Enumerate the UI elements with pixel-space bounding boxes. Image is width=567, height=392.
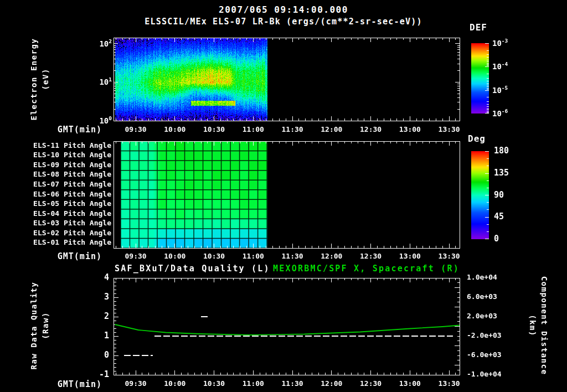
time-tick-label: 09:30 — [125, 252, 147, 260]
time-tick-label: 11:30 — [282, 252, 303, 260]
time-tick-label: 11:00 — [243, 380, 264, 388]
time-tick-label: 10:30 — [203, 252, 225, 260]
distance-tick-label: 6.0e+03 — [467, 293, 497, 301]
def-colorbar-title: DEF — [470, 23, 487, 33]
time-tick-label: 10:00 — [164, 380, 185, 388]
time-tick-label: 09:30 — [125, 380, 147, 388]
quality-panel-title-right: MEXORBMC/SPF X, Spacecraft (R) — [273, 264, 460, 274]
distance-tick-label: 2.0e+03 — [467, 312, 497, 320]
pitch-row-label: ELS-05 Pitch Angle — [33, 200, 111, 208]
time-tick-label: 13:00 — [399, 252, 421, 260]
quality-tick-label: 0 — [104, 350, 109, 360]
quality-panel-title-left: SAF_BXuT/Data Quality (L) — [115, 264, 270, 274]
time-tick-label: 11:00 — [243, 126, 264, 133]
deg-tick-label: 180 — [494, 146, 509, 156]
energy-tick-label: 101 — [99, 77, 112, 86]
def-tick-label: 10-4 — [492, 61, 508, 71]
time-tick-label: 10:00 — [164, 252, 185, 260]
quality-axis-label: Raw Data Quality (Raw) — [28, 282, 51, 370]
distance-axis-label-line2: (km) — [527, 276, 538, 375]
time-tick-label: 10:00 — [164, 126, 185, 133]
deg-tick-label: 0 — [494, 234, 499, 244]
time-tick-label: 13:00 — [399, 126, 421, 133]
time-tick-label: 10:30 — [203, 380, 225, 388]
def-tick-label: 10-6 — [492, 109, 508, 118]
page: 2007/065 09:14:00.000 ELSSCIL/MEx ELS-07… — [0, 0, 567, 392]
time-tick-label: 12:30 — [360, 252, 382, 260]
pitch-row-label: ELS-04 Pitch Angle — [33, 210, 111, 218]
time-tick-label: 10:30 — [203, 126, 225, 133]
distance-tick-label: -2.0e+03 — [467, 332, 502, 339]
time-tick-label: 11:30 — [282, 380, 303, 388]
quality-axis-label-line1: Raw Data Quality — [28, 282, 40, 370]
deg-tick-label: 90 — [494, 190, 504, 200]
pitch-row-label: ELS-02 Pitch Angle — [33, 229, 111, 237]
deg-tick-label: 135 — [494, 168, 509, 178]
gmt-label-top: GMT(min) — [58, 125, 102, 135]
energy-axis-label: Electron Energy (eV) — [28, 38, 51, 121]
gmt-label-middle: GMT(min) — [58, 252, 102, 261]
time-tick-label: 09:30 — [125, 126, 147, 133]
pitch-row-label: ELS-08 Pitch Angle — [33, 171, 111, 178]
time-tick-label: 12:30 — [360, 380, 382, 388]
pitch-row-label: ELS-11 Pitch Angle — [33, 142, 111, 149]
energy-tick-label: 102 — [99, 39, 112, 48]
quality-tick-label: 4 — [104, 273, 109, 282]
distance-tick-label: -6.0e+03 — [467, 351, 502, 359]
time-tick-label: 13:30 — [439, 126, 460, 133]
quality-axis-label-line2: (Raw) — [40, 282, 51, 370]
quality-tick-label: 2 — [104, 312, 109, 321]
time-tick-label: 13:30 — [439, 252, 460, 260]
pitch-row-label: ELS-09 Pitch Angle — [33, 161, 111, 169]
time-tick-label: 11:00 — [243, 252, 264, 260]
gmt-label-bottom: GMT(min) — [58, 380, 102, 389]
time-tick-label: 13:30 — [439, 380, 460, 388]
time-tick-label: 12:00 — [321, 252, 342, 260]
distance-axis-label: Component Distance (km) — [527, 276, 550, 375]
distance-axis-label-line1: Component Distance — [538, 276, 550, 375]
def-tick-label: 10-3 — [492, 38, 508, 48]
pitch-row-label: ELS-07 Pitch Angle — [33, 180, 111, 188]
deg-colorbar-title: Deg — [468, 134, 486, 144]
time-tick-label: 11:30 — [282, 126, 303, 133]
quality-tick-label: 1 — [104, 331, 109, 341]
time-tick-label: 12:00 — [321, 126, 342, 133]
time-tick-label: 12:30 — [360, 126, 382, 133]
distance-tick-label: 1.0e+04 — [467, 274, 497, 281]
energy-tick-label: 100 — [99, 116, 112, 125]
deg-tick-label: 45 — [494, 212, 504, 221]
energy-axis-label-line2: (eV) — [40, 38, 51, 121]
pitch-row-label: ELS-06 Pitch Angle — [33, 190, 111, 198]
def-tick-label: 10-5 — [492, 85, 508, 95]
pitch-row-label: ELS-10 Pitch Angle — [33, 151, 111, 159]
quality-tick-label: 3 — [104, 292, 109, 302]
pitch-row-label: ELS-01 Pitch Angle — [33, 239, 111, 246]
time-tick-label: 12:00 — [321, 380, 342, 388]
quality-tick-label: -1 — [99, 370, 109, 379]
time-tick-label: 13:00 — [399, 380, 421, 388]
energy-axis-label-line1: Electron Energy — [28, 38, 40, 121]
distance-tick-label: -1.0e+04 — [467, 370, 502, 378]
pitch-row-label: ELS-03 Pitch Angle — [33, 219, 111, 227]
